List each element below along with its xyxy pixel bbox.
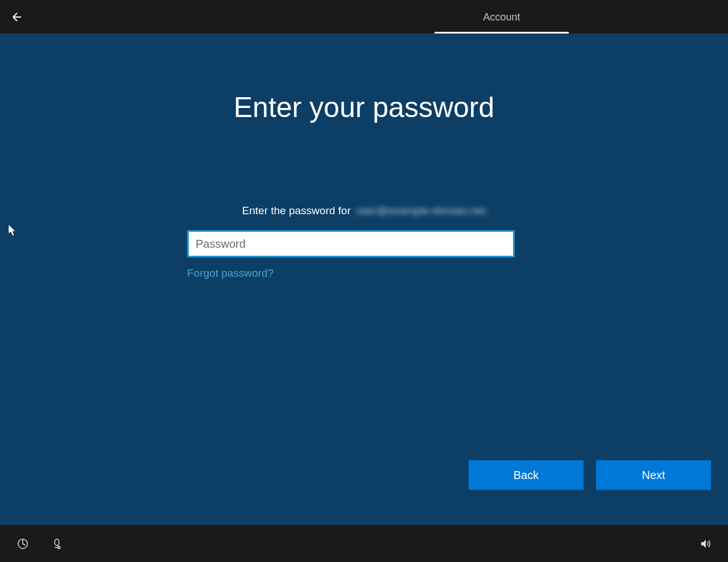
prompt-label: Enter the password for (242, 205, 351, 217)
back-button[interactable] (0, 0, 34, 34)
svg-rect-1 (55, 539, 59, 545)
tab-account[interactable]: Account (435, 0, 569, 34)
password-input[interactable] (187, 230, 515, 257)
tab-underline (435, 32, 569, 34)
forgot-password-link[interactable]: Forgot password? (187, 267, 274, 280)
accessibility-icon[interactable] (46, 532, 68, 555)
taskbar (0, 525, 728, 562)
header-bar: Account (0, 0, 728, 34)
ease-of-access-icon[interactable] (11, 532, 34, 555)
button-row: Back Next (469, 460, 711, 490)
back-arrow-icon (10, 10, 24, 24)
page-title: Enter your password (0, 91, 728, 124)
volume-icon[interactable] (694, 532, 717, 555)
back-action-button[interactable]: Back (469, 460, 584, 490)
content-pane: Enter your password Enter the password f… (0, 34, 728, 503)
password-input-wrap (187, 230, 515, 257)
account-email-blurred: user@example-domain.net (354, 205, 486, 217)
next-action-button[interactable]: Next (596, 460, 711, 490)
prompt-text: Enter the password for user@example-doma… (0, 205, 728, 217)
tab-label: Account (483, 11, 520, 23)
svg-point-2 (57, 546, 60, 548)
